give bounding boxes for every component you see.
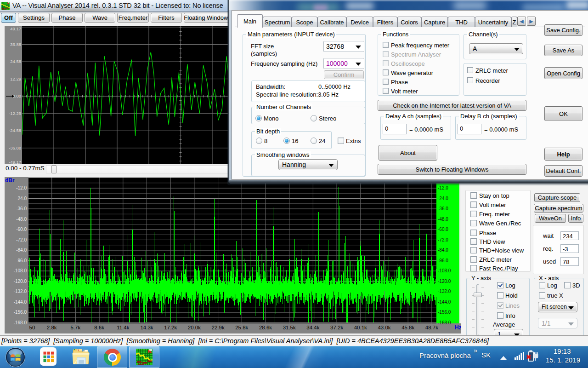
svg-text:-84.0: -84.0 xyxy=(438,247,448,253)
svg-text:-120.0: -120.0 xyxy=(438,279,451,284)
svg-text:-24.58: -24.58 xyxy=(9,128,21,133)
svg-text:5.7k: 5.7k xyxy=(71,325,81,330)
svg-text:17.2k: 17.2k xyxy=(164,325,177,330)
svg-text:11.4k: 11.4k xyxy=(117,325,130,330)
svg-text:-108.0: -108.0 xyxy=(14,268,27,273)
svg-text:34.4k: 34.4k xyxy=(306,325,319,330)
svg-text:-36.0: -36.0 xyxy=(438,206,448,211)
svg-text:Hz: Hz xyxy=(455,324,461,331)
svg-text:50: 50 xyxy=(29,325,35,330)
svg-text:-132.0: -132.0 xyxy=(14,289,27,294)
svg-text:43.0k: 43.0k xyxy=(378,325,390,330)
svg-text:25.8k: 25.8k xyxy=(235,325,248,330)
svg-text:-24.0: -24.0 xyxy=(16,196,27,201)
svg-text:-84.0: -84.0 xyxy=(16,247,27,253)
svg-text:-60.0: -60.0 xyxy=(16,227,27,232)
svg-text:-36.88: -36.88 xyxy=(9,145,21,150)
svg-text:-48.0: -48.0 xyxy=(438,217,448,222)
svg-text:dBr: dBr xyxy=(5,177,15,184)
svg-text:36.88: 36.88 xyxy=(10,42,21,47)
svg-text:22.9k: 22.9k xyxy=(212,325,225,330)
svg-text:-144.0: -144.0 xyxy=(14,299,27,305)
svg-text:0.00: 0.00 xyxy=(13,93,22,98)
svg-text:-96.0: -96.0 xyxy=(16,258,27,263)
svg-text:28.6k: 28.6k xyxy=(259,325,272,330)
svg-text:-168.0: -168.0 xyxy=(14,320,27,325)
svg-text:-49.17: -49.17 xyxy=(9,160,21,164)
svg-text:-132.0: -132.0 xyxy=(438,289,451,294)
svg-text:-72.0: -72.0 xyxy=(438,237,448,242)
svg-text:-168.0: -168.0 xyxy=(438,320,451,325)
svg-text:-72.0: -72.0 xyxy=(16,237,27,242)
svg-text:-48.0: -48.0 xyxy=(16,217,27,222)
svg-text:14.3k: 14.3k xyxy=(140,325,153,330)
svg-text:45.8k: 45.8k xyxy=(401,325,414,330)
svg-text:-60.0: -60.0 xyxy=(438,227,448,232)
svg-text:-108.0: -108.0 xyxy=(438,268,451,273)
svg-text:49.17: 49.17 xyxy=(10,26,21,31)
svg-text:-156.0: -156.0 xyxy=(438,310,451,315)
svg-text:12.29: 12.29 xyxy=(10,76,21,81)
svg-text:37.2k: 37.2k xyxy=(330,325,343,330)
svg-text:-12.0: -12.0 xyxy=(16,185,27,190)
svg-text:48.7k: 48.7k xyxy=(425,325,438,330)
svg-text:2.8k: 2.8k xyxy=(47,325,57,330)
svg-text:20.0k: 20.0k xyxy=(188,325,201,330)
svg-text:-120.0: -120.0 xyxy=(14,279,27,284)
svg-text:-156.0: -156.0 xyxy=(14,310,27,315)
svg-text:-144.0: -144.0 xyxy=(438,299,451,305)
svg-text:-12.0: -12.0 xyxy=(438,185,448,190)
svg-text:24.58: 24.58 xyxy=(10,59,21,64)
svg-text:31.5k: 31.5k xyxy=(283,325,296,330)
svg-text:-96.0: -96.0 xyxy=(438,258,448,263)
svg-text:-36.0: -36.0 xyxy=(16,206,27,211)
svg-text:40.1k: 40.1k xyxy=(354,325,367,330)
svg-text:8.6k: 8.6k xyxy=(94,325,104,330)
svg-text:-12.29: -12.29 xyxy=(9,111,21,116)
svg-text:-24.0: -24.0 xyxy=(438,196,448,201)
